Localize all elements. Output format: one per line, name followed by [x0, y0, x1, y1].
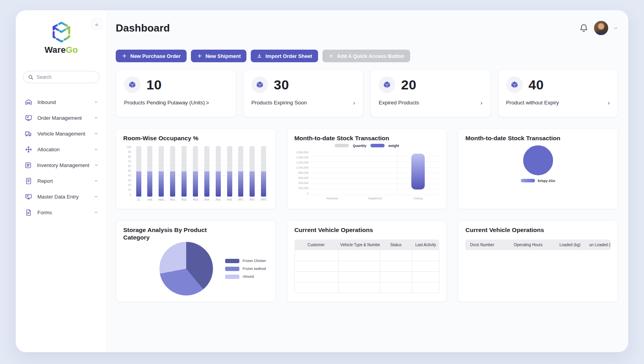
truck-icon: [24, 130, 32, 137]
sidebar-item-inventory-management[interactable]: Inventory Management: [23, 157, 100, 173]
sidebar-menu: InboundOrder ManagementVehicle Managemen…: [23, 94, 100, 220]
y-tick-label: 70: [123, 160, 131, 163]
x-tick-label: Hall: [148, 198, 152, 201]
sidebar-item-report[interactable]: Report: [23, 173, 100, 189]
bar-track: [216, 146, 221, 197]
legend-label: Quantity: [353, 144, 366, 148]
table-cell: [412, 250, 439, 261]
import-order-sheet-button[interactable]: Import Order Sheet: [251, 50, 318, 62]
bar-Ro6: Ro6: [226, 146, 233, 201]
sidebar-item-forms[interactable]: Forms: [23, 204, 100, 220]
bar-track: [227, 146, 232, 197]
sidebar-item-label: Forms: [37, 210, 89, 215]
product-cube-icon: [379, 76, 395, 93]
stat-card-2[interactable]: 20Expired Products›: [370, 69, 491, 117]
disabled-add-a-quick-access-button-button[interactable]: Add A Quick Access Button: [322, 50, 410, 62]
y-tick-label: 200,000: [294, 187, 311, 189]
user-avatar[interactable]: [594, 21, 608, 35]
bar-track: [261, 146, 266, 197]
stat-label: Product without Expiry: [506, 100, 559, 106]
table-row: [295, 271, 439, 282]
master-data-icon: [24, 193, 32, 201]
brand-name: WareGo: [44, 45, 78, 55]
sidebar-item-vehicle-management[interactable]: Vehicle Management: [23, 126, 100, 141]
table-title: Current Vehicle Operations: [294, 227, 440, 234]
charts-row: Room-Wise Occupancy % 100908070605040302…: [116, 128, 618, 209]
sidebar-search[interactable]: [23, 71, 100, 83]
chevron-down-icon[interactable]: [614, 26, 618, 30]
new-shipment-button[interactable]: New Shipment: [191, 50, 247, 62]
sidebar-item-master-data-entry[interactable]: Master Data Entry: [23, 189, 100, 204]
chart-legend: krispy 2Go: [521, 179, 555, 183]
legend-label: krispy 2Go: [538, 179, 555, 183]
stat-card-top: 30: [252, 76, 355, 93]
y-tick-label: 50: [123, 169, 131, 172]
stat-card-top: 10: [124, 76, 228, 93]
sidebar-item-label: Master Data Entry: [37, 194, 89, 200]
order-management-icon: [24, 114, 32, 122]
plot-area: 21HallHall2Ro1Ro2Ro3Ro4Ro5Ro6RP1RP2RP3: [134, 146, 268, 201]
x-tick-label: Hall2: [158, 198, 164, 201]
product-cube-icon: [252, 76, 268, 93]
y-tick-label: 90: [123, 150, 131, 153]
bar-track: [147, 146, 152, 197]
weight-bar-closing: [411, 154, 425, 189]
x-tick-label: Ro3: [193, 198, 198, 201]
legend-label: Frozen seafood: [242, 267, 266, 271]
chevron-down-icon: [94, 147, 98, 151]
button-label: New Shipment: [205, 53, 241, 59]
stock-transaction-bar-panel: Month-to-date Stock Transaction Quantity…: [287, 128, 447, 209]
forms-icon: [24, 208, 32, 216]
chevron-down-icon: [94, 210, 98, 214]
sidebar-item-inbound[interactable]: Inbound: [23, 94, 100, 110]
x-tick-label: Ro1: [170, 198, 175, 201]
stat-card-top: 20: [379, 76, 483, 93]
bar-fill: [193, 171, 198, 197]
search-icon: [28, 74, 33, 80]
bar-Ro3: Ro3: [192, 146, 198, 201]
search-input[interactable]: [37, 74, 94, 80]
chart-title: Month-to-date Stock Transaction: [294, 135, 440, 142]
legend-label: weight: [389, 144, 399, 148]
bar-fill: [204, 171, 209, 197]
table-cell: [338, 282, 380, 293]
donut-ring: [523, 145, 553, 175]
bar-Ro5: Ro5: [215, 146, 221, 201]
axis-line: [397, 151, 398, 195]
avatar-shoulders: [596, 31, 607, 35]
x-tick-label: RP2: [250, 198, 255, 201]
sidebar-item-label: Order Management: [37, 115, 89, 121]
legend-swatch: [225, 275, 239, 279]
button-label: Add A Quick Access Button: [337, 53, 404, 59]
table-cell: [412, 282, 439, 293]
product-cube-icon: [124, 76, 141, 93]
chevron-right-icon: ›: [608, 99, 610, 106]
new-purchase-order-button[interactable]: New Purchase Order: [116, 50, 187, 62]
bar-track: [204, 146, 209, 197]
y-tick-label: 20: [123, 184, 131, 186]
table-body: [294, 250, 440, 293]
sidebar-item-order-management[interactable]: Order Management: [23, 110, 100, 126]
sidebar-item-label: Vehicle Management: [37, 131, 89, 137]
bar-fill: [147, 171, 152, 197]
stat-value: 40: [529, 77, 544, 93]
stat-label-row: Product without Expiry›: [506, 99, 610, 106]
main-content: Dashboard New Purchase OrderNew Shipment…: [107, 10, 628, 352]
bottom-row: Storage Analysis By Product Category Fro…: [116, 220, 618, 302]
bar-fill: [159, 171, 164, 197]
sidebar-item-allocation[interactable]: Allocation: [23, 141, 100, 157]
stat-card-0[interactable]: 10Products Pending Putaway (Units)>: [116, 69, 236, 117]
chevron-right-icon: >: [206, 99, 209, 106]
stat-card-1[interactable]: 30Products Expiring Soon›: [243, 69, 364, 117]
sidebar-collapse-button[interactable]: «: [91, 18, 103, 30]
topbar: Dashboard: [116, 20, 618, 36]
notifications-bell-icon[interactable]: [579, 23, 588, 33]
table-row: [295, 250, 439, 261]
bar-fill: [227, 171, 232, 197]
column-header-dock-number: Dock Number: [465, 243, 509, 247]
bar-Ro4: Ro4: [204, 146, 210, 201]
bar-fill: [238, 171, 243, 197]
plus-icon: [122, 53, 127, 59]
stat-card-3[interactable]: 40Product without Expiry›: [498, 69, 618, 117]
y-tick-label: 10: [123, 188, 131, 191]
